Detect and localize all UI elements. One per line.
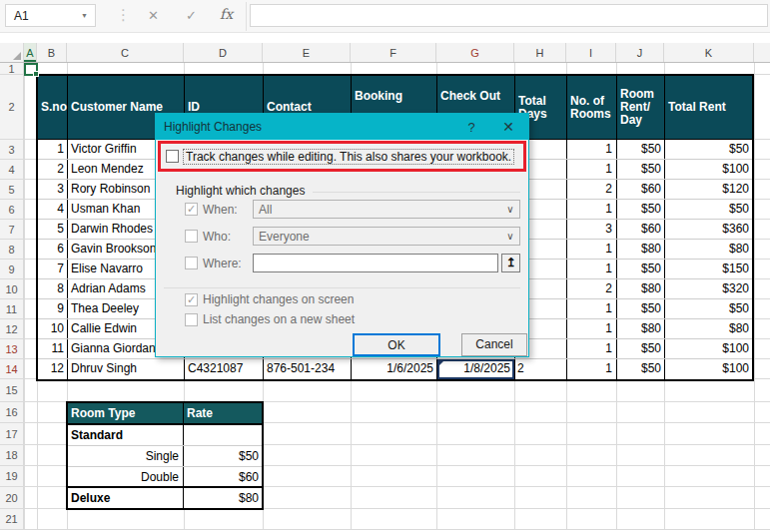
cell-total-rent[interactable]: $50 bbox=[665, 200, 752, 219]
cell-room-rent[interactable]: $80 bbox=[617, 240, 665, 259]
cell-no-of-rooms[interactable]: 1 bbox=[567, 260, 617, 278]
insert-function-icon[interactable]: fx bbox=[220, 6, 233, 22]
name-box[interactable]: A1 ▼ bbox=[5, 4, 96, 27]
when-dropdown[interactable]: All ∨ bbox=[253, 200, 520, 219]
row-header[interactable]: 5 bbox=[0, 180, 24, 199]
cell-sno[interactable]: 5 bbox=[38, 220, 68, 239]
cell-room-type[interactable]: Single bbox=[68, 446, 184, 466]
cell-rate[interactable] bbox=[184, 425, 262, 445]
header-room-type[interactable]: Room Type bbox=[68, 403, 184, 423]
cell-no-of-rooms[interactable]: 1 bbox=[567, 240, 617, 259]
chevron-down-icon[interactable]: ▼ bbox=[81, 12, 95, 19]
cell-sno[interactable]: 9 bbox=[38, 299, 68, 318]
cell-check-out[interactable]: 1/8/2025 bbox=[437, 359, 515, 379]
row-header[interactable]: 13 bbox=[0, 339, 24, 358]
row-header[interactable]: 1 bbox=[0, 63, 24, 74]
cell-total-rent[interactable]: $50 bbox=[665, 140, 752, 159]
cell-sno[interactable]: 8 bbox=[38, 279, 68, 298]
list-changes-checkbox[interactable] bbox=[185, 313, 198, 326]
header-rate[interactable]: Rate bbox=[184, 403, 262, 423]
who-dropdown[interactable]: Everyone ∨ bbox=[253, 227, 520, 246]
cell-room-rent[interactable]: $50 bbox=[617, 260, 665, 278]
cancel-button[interactable]: Cancel bbox=[461, 333, 527, 356]
cell-room-rent[interactable]: $50 bbox=[617, 140, 665, 159]
row-header[interactable]: 19 bbox=[0, 466, 24, 486]
row-header[interactable]: 20 bbox=[0, 487, 24, 508]
cell-room-rent[interactable]: $60 bbox=[617, 220, 665, 239]
help-icon[interactable]: ? bbox=[454, 120, 488, 135]
track-changes-checkbox[interactable] bbox=[166, 150, 179, 163]
cancel-entry-icon[interactable]: ✕ bbox=[148, 8, 159, 23]
cell-sno[interactable]: 6 bbox=[38, 240, 68, 259]
row-header[interactable]: 21 bbox=[0, 509, 24, 529]
where-checkbox[interactable] bbox=[185, 257, 198, 269]
row-header[interactable]: 17 bbox=[0, 423, 24, 444]
cell-no-of-rooms[interactable]: 1 bbox=[567, 160, 617, 179]
column-header[interactable]: H bbox=[514, 43, 566, 62]
header-room-rent[interactable]: Room Rent/ Day bbox=[617, 76, 665, 139]
row-header[interactable]: 6 bbox=[0, 200, 24, 219]
cell-room-type[interactable]: Double bbox=[68, 467, 184, 486]
cell-total-days[interactable]: 2 bbox=[515, 359, 567, 379]
column-header[interactable]: C bbox=[67, 43, 184, 62]
cell-room-rent[interactable]: $50 bbox=[617, 339, 665, 358]
cell-rate[interactable]: $60 bbox=[184, 467, 262, 486]
row-header[interactable]: 16 bbox=[0, 402, 24, 422]
cell-sno[interactable]: 10 bbox=[38, 319, 68, 338]
cell-total-rent[interactable]: $50 bbox=[665, 299, 752, 318]
cell-rate[interactable]: $50 bbox=[184, 446, 262, 466]
row-header[interactable]: 14 bbox=[0, 359, 24, 378]
cell-sno[interactable]: 11 bbox=[38, 339, 68, 358]
cell-total-rent[interactable]: $120 bbox=[665, 180, 752, 199]
active-cell-a1[interactable] bbox=[24, 63, 38, 76]
cell-room-rent[interactable]: $50 bbox=[617, 200, 665, 219]
row-header[interactable]: 7 bbox=[0, 220, 24, 239]
column-header[interactable]: E bbox=[263, 43, 351, 62]
column-header[interactable]: I bbox=[566, 43, 616, 62]
row-header[interactable]: 18 bbox=[0, 445, 24, 465]
row-header[interactable]: 9 bbox=[0, 260, 24, 278]
column-header[interactable]: D bbox=[184, 43, 263, 62]
cell-room-rent[interactable]: $60 bbox=[617, 180, 665, 199]
column-header[interactable]: F bbox=[351, 43, 436, 62]
cell-total-rent[interactable]: $150 bbox=[665, 260, 752, 278]
cell-no-of-rooms[interactable]: 3 bbox=[567, 220, 617, 239]
cell-sno[interactable]: 1 bbox=[38, 140, 68, 159]
chevron-down-icon[interactable]: ∨ bbox=[501, 204, 519, 215]
row-header[interactable]: 4 bbox=[0, 160, 24, 179]
cell-no-of-rooms[interactable]: 1 bbox=[567, 299, 617, 318]
cell-total-rent[interactable]: $100 bbox=[665, 359, 752, 379]
cell-room-rent[interactable]: $50 bbox=[617, 359, 665, 379]
who-checkbox[interactable] bbox=[185, 230, 198, 243]
cell-no-of-rooms[interactable]: 2 bbox=[567, 279, 617, 298]
cell-room-rent[interactable]: $50 bbox=[617, 299, 665, 318]
collapse-dialog-icon[interactable]: ↥ bbox=[501, 254, 520, 272]
ok-button[interactable]: OK bbox=[353, 333, 440, 356]
cell-room-type[interactable]: Standard bbox=[68, 425, 184, 445]
cell-no-of-rooms[interactable]: 1 bbox=[567, 319, 617, 338]
sheet-cells[interactable] bbox=[24, 509, 770, 529]
chevron-down-icon[interactable]: ∨ bbox=[501, 231, 519, 242]
cell-rate[interactable]: $80 bbox=[184, 488, 262, 508]
cell-contact[interactable]: 876-501-234 bbox=[264, 359, 352, 379]
cell-total-rent[interactable]: $100 bbox=[665, 160, 752, 179]
cell-total-rent[interactable]: $320 bbox=[665, 279, 752, 298]
cell-no-of-rooms[interactable]: 2 bbox=[567, 180, 617, 199]
row-header[interactable]: 10 bbox=[0, 279, 24, 298]
row-header[interactable]: 8 bbox=[0, 240, 24, 259]
cell-sno[interactable]: 12 bbox=[38, 359, 68, 379]
row-header[interactable]: 2 bbox=[0, 75, 24, 139]
sheet-cells[interactable] bbox=[24, 63, 770, 74]
cell-sno[interactable]: 3 bbox=[38, 180, 68, 199]
sheet-cells[interactable] bbox=[24, 379, 770, 401]
close-icon[interactable]: ✕ bbox=[488, 119, 528, 135]
dialog-title-bar[interactable]: Highlight Changes ? ✕ bbox=[156, 114, 528, 140]
column-header[interactable]: K bbox=[664, 43, 754, 62]
cell-room-rent[interactable]: $50 bbox=[617, 160, 665, 179]
cell-sno[interactable]: 7 bbox=[38, 260, 68, 278]
cell-sno[interactable]: 2 bbox=[38, 160, 68, 179]
header-sno[interactable]: S.no bbox=[38, 76, 68, 139]
cell-total-rent[interactable]: $80 bbox=[665, 319, 752, 338]
cell-room-type[interactable]: Deluxe bbox=[68, 488, 184, 508]
highlight-on-screen-checkbox[interactable]: ✓ bbox=[185, 293, 198, 306]
